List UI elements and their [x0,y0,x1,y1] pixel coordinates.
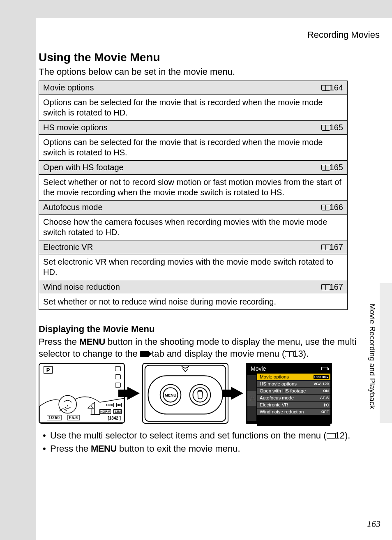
section-side-label: Movie Recording and Playback [368,304,376,409]
instruction-list: Use the multi selector to select items a… [39,429,382,455]
menu-item-name: Movie options [43,83,94,92]
battery-icon [321,367,328,370]
book-icon [321,85,330,91]
menu-item-name: Wind noise reduction [43,282,120,291]
menu-row: Movie options1080 30 ▸ [257,374,330,380]
page-ref: 165 [321,123,343,132]
menu-item-name: Open with HS footage [43,163,124,172]
menu-item-name: Autofocus mode [43,203,103,212]
book-icon [321,165,330,171]
mode-badge: P [44,366,53,374]
menu-item-desc: Select whether or not to record slow mot… [39,175,348,201]
page-number: 163 [367,519,380,529]
menu-screen-title: Movie [251,365,266,372]
page-ref: 167 [321,282,343,292]
svg-text:MENU: MENU [165,393,177,397]
book-icon [327,433,336,439]
menu-item-desc: Set whether or not to reduce wind noise … [39,294,348,310]
page-ref: 167 [321,242,343,252]
book-icon [321,245,330,250]
menu-item-desc: Choose how the camera focuses when recor… [39,215,348,240]
book-icon [285,351,294,357]
svg-rect-2 [148,376,223,414]
intro-text: The options below can be set in the movi… [39,67,382,77]
menu-row: Wind noise reductionOFF [257,408,330,415]
page-ref: 165 [321,163,343,172]
menu-item-desc: Options can be selected for the movie th… [39,135,348,161]
arrow-right-icon [127,387,140,400]
menu-row: Electronic VR(●) [257,402,330,408]
book-icon [321,284,330,290]
exposure-readout: 1/250F5.6 [47,415,80,420]
list-item: Press the MENU button to exit the movie … [41,443,382,455]
section-thumb-tab [380,283,392,423]
figure-row: P 108030 NORM12 [39,363,382,424]
arrow-right-icon [231,387,243,400]
menu-row: Open with HS footageON [257,388,330,394]
page-ref: 166 [321,203,343,212]
menu-row: HS movie optionsVGA 120 [257,381,330,387]
svg-point-7 [193,388,207,402]
menu-button-label: MENU [91,443,117,454]
movie-menu-table: Movie options164 Options can be selected… [39,81,348,310]
menu-button-label: MENU [79,337,105,347]
movie-tab-icon: 🎥 [247,391,256,406]
svg-point-0 [59,396,76,413]
book-icon [321,125,330,131]
list-item: Use the multi selector to select items a… [41,429,382,442]
menu-item-desc: Options can be selected for the movie th… [39,95,348,121]
lcd-shooting-screen: P 108030 NORM12 [39,363,125,424]
subheading: Displaying the Movie Menu [39,324,382,335]
menu-item-name: Electronic VR [43,242,93,252]
camera-back-diagram: MENU [142,363,228,424]
menu-item-name: HS movie options [43,123,108,132]
page-title: Using the Movie Menu [39,51,382,64]
movie-menu-screen: Movie 🎥 Movie options1080 30 ▸ HS movie … [246,363,332,424]
book-icon [321,205,330,210]
displaying-paragraph: Press the MENU button in the shooting mo… [39,336,382,360]
menu-row: Autofocus modeAF-S [257,395,330,401]
battery-icon [115,374,121,379]
page-ref: 164 [321,83,343,92]
chapter-header: Recording Movies [39,30,380,40]
frame-counter: [1342 ] [108,416,121,420]
status-icon [115,366,121,371]
menu-item-desc: Set electronic VR when recording movies … [39,254,348,280]
movie-tab-icon [140,351,149,357]
